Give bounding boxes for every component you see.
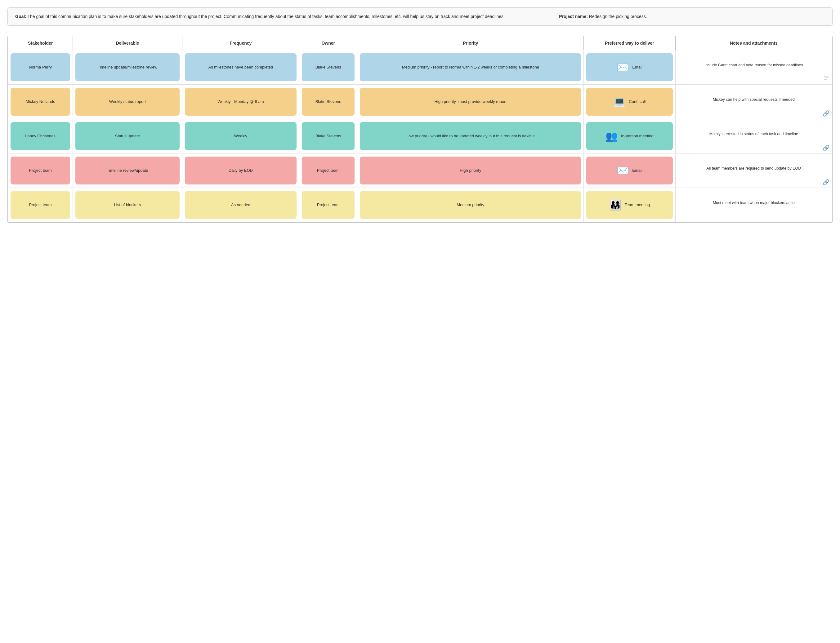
owner-cell: Project team — [299, 153, 357, 188]
priority-cell: Medium priority — [357, 188, 584, 222]
col-header-frequency: Frequency — [182, 36, 299, 50]
owner-cell: Blake Stevens — [299, 50, 357, 85]
priority-cell: Low priority - would like to be updated … — [357, 119, 584, 153]
priority-cell: High priority- must provide weekly repor… — [357, 85, 584, 119]
notes-cell: All team members are required to send up… — [675, 153, 832, 188]
deliverable-card: Weekly status report — [75, 88, 180, 116]
frequency-card: Weekly — [185, 122, 297, 150]
goal-label: Goal: — [15, 14, 26, 19]
deliverable-card: Timeline update/milestone review — [75, 53, 180, 81]
conf-call-icon: 💻 — [613, 97, 626, 107]
stakeholder-card: Mickey Neilands — [11, 88, 70, 116]
stakeholder-card: Project team — [11, 191, 70, 219]
notes-text: All team members are required to send up… — [706, 166, 801, 171]
deliver-card: 👥 In-person meeting — [586, 122, 673, 150]
table-row: Mickey NeilandsWeekly status reportWeekl… — [8, 85, 832, 119]
deliver-card: 💻 Conf. call — [586, 88, 673, 116]
notes-cell: Include Gantt chart and note reason for … — [675, 50, 832, 85]
deliver-cell: 👨‍👩‍👧 Team meeting — [584, 188, 676, 222]
owner-card: Blake Stevens — [302, 53, 355, 81]
deliver-card: ✉️ Email — [586, 53, 673, 81]
stakeholder-card: Laney Christmas — [11, 122, 70, 150]
frequency-cell: Weekly - Monday @ 9 am — [182, 85, 299, 119]
frequency-card: As needed — [185, 191, 297, 219]
priority-cell: High priority — [357, 153, 584, 188]
stakeholder-card: Norma Perry — [11, 53, 70, 81]
priority-card: Medium priority — [360, 191, 581, 219]
col-header-priority: Priority — [357, 36, 584, 50]
stakeholder-cell: Project team — [8, 153, 73, 188]
notes-text: Mickey can help with special requests if… — [713, 97, 795, 102]
deliver-card: ✉️ Email — [586, 157, 673, 184]
table-row: Laney ChristmasStatus updateWeeklyBlake … — [8, 119, 832, 153]
deliverable-card: Timeline review/update — [75, 157, 180, 184]
deliverable-cell: Weekly status report — [73, 85, 182, 119]
col-header-deliverable: Deliverable — [73, 36, 182, 50]
notes-cell: Mickey can help with special requests if… — [675, 85, 832, 119]
team-meeting-icon: 👨‍👩‍👧 — [609, 200, 622, 210]
deliverable-card: List of blockers — [75, 191, 180, 219]
notes-cell: Must meet with team when major blockers … — [675, 188, 832, 222]
deliver-label: Team meeting — [625, 202, 650, 208]
link-icon[interactable]: 🔗 — [823, 144, 829, 152]
owner-card: Blake Stevens — [302, 88, 355, 116]
frequency-cell: Daily by EOD — [182, 153, 299, 188]
hand-cursor-icon[interactable]: ☞ — [823, 73, 829, 83]
stakeholder-cell: Project team — [8, 188, 73, 222]
goal-text: Goal: The goal of this communication pla… — [15, 13, 547, 20]
deliverable-card: Status update — [75, 122, 180, 150]
notes-text: Include Gantt chart and note reason for … — [704, 63, 803, 67]
table-row: Project teamList of blockersAs neededPro… — [8, 188, 832, 222]
project-name: Project name: Redesign the picking proce… — [559, 13, 825, 20]
deliver-label: In-person meeting — [621, 133, 654, 139]
stakeholder-cell: Norma Perry — [8, 50, 73, 85]
email-icon: ✉️ — [617, 166, 629, 175]
owner-cell: Project team — [299, 188, 357, 222]
deliver-label: Conf. call — [629, 99, 646, 104]
table-row: Norma PerryTimeline update/milestone rev… — [8, 50, 832, 85]
deliver-cell: ✉️ Email — [584, 153, 676, 188]
owner-card: Project team — [302, 191, 355, 219]
link-icon[interactable]: 🔗 — [823, 110, 829, 118]
in-person-icon: 👥 — [605, 131, 618, 141]
stakeholder-card: Project team — [11, 157, 70, 184]
stakeholder-cell: Laney Christmas — [8, 119, 73, 153]
goal-section: Goal: The goal of this communication pla… — [7, 7, 833, 26]
deliver-cell: 💻 Conf. call — [584, 85, 676, 119]
deliverable-cell: List of blockers — [73, 188, 182, 222]
col-header-stakeholder: Stakeholder — [8, 36, 73, 50]
deliver-label: Email — [632, 168, 642, 173]
project-name-value: Redesign the picking process. — [589, 14, 647, 19]
frequency-card: Daily by EOD — [185, 157, 297, 184]
owner-card: Project team — [302, 157, 355, 184]
deliverable-cell: Timeline review/update — [73, 153, 182, 188]
priority-card: Low priority - would like to be updated … — [360, 122, 581, 150]
col-header-deliver: Preferred way to deliver — [584, 36, 676, 50]
priority-cell: Medium priority - report to Norma within… — [357, 50, 584, 85]
project-name-label: Project name: — [559, 14, 588, 19]
notes-text: Mainly interested in status of each task… — [709, 132, 798, 136]
owner-cell: Blake Stevens — [299, 85, 357, 119]
email-icon: ✉️ — [617, 62, 629, 72]
col-header-owner: Owner — [299, 36, 357, 50]
stakeholder-cell: Mickey Neilands — [8, 85, 73, 119]
table-row: Project teamTimeline review/updateDaily … — [8, 153, 832, 188]
col-header-notes: Notes and attachments — [675, 36, 832, 50]
notes-text: Must meet with team when major blockers … — [713, 201, 795, 205]
deliver-cell: 👥 In-person meeting — [584, 119, 676, 153]
priority-card: High priority- must provide weekly repor… — [360, 88, 581, 116]
link-icon[interactable]: 🔗 — [823, 179, 829, 186]
deliver-label: Email — [632, 64, 642, 70]
deliverable-cell: Status update — [73, 119, 182, 153]
owner-card: Blake Stevens — [302, 122, 355, 150]
goal-content: The goal of this communication plan is t… — [27, 14, 504, 19]
deliver-cell: ✉️ Email — [584, 50, 676, 85]
frequency-card: Weekly - Monday @ 9 am — [185, 88, 297, 116]
owner-cell: Blake Stevens — [299, 119, 357, 153]
notes-cell: Mainly interested in status of each task… — [675, 119, 832, 153]
frequency-card: As milestones have been completed — [185, 53, 297, 81]
frequency-cell: As milestones have been completed — [182, 50, 299, 85]
communication-table: Stakeholder Deliverable Frequency Owner … — [7, 36, 833, 223]
frequency-cell: Weekly — [182, 119, 299, 153]
priority-card: High priority — [360, 157, 581, 184]
